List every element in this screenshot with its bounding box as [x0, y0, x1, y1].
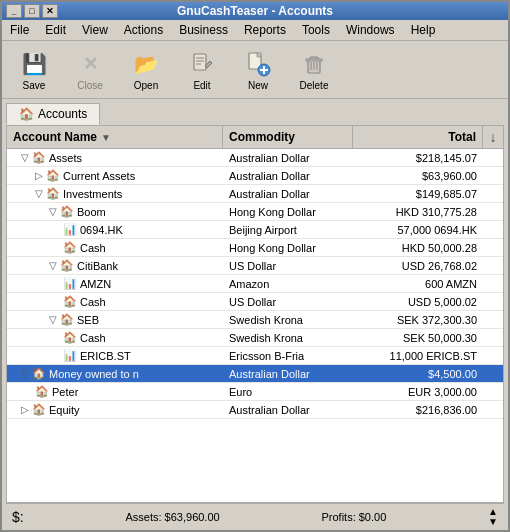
menu-file[interactable]: File [6, 22, 33, 38]
commodity-cell: Swedish Krona [223, 311, 353, 328]
toolbar: 💾 Save ✕ Close 📂 Open Edit [2, 41, 508, 99]
action-cell [483, 257, 503, 274]
table-row[interactable]: 📊 AMZN Amazon 600 AMZN [7, 275, 503, 293]
commodity-cell: US Dollar [223, 257, 353, 274]
stock-icon: 📊 [63, 277, 77, 290]
commodity-cell: Hong Kong Dollar [223, 203, 353, 220]
new-label: New [248, 80, 268, 91]
tree-expand-icon: ▷ [35, 170, 43, 181]
table-row[interactable]: ▷ 🏠 Current Assets Australian Dollar $63… [7, 167, 503, 185]
account-name-cell: 📊 AMZN [7, 275, 223, 292]
title-bar: _ □ ✕ GnuCashTeaser - Accounts [2, 2, 508, 20]
menu-help[interactable]: Help [407, 22, 440, 38]
commodity-cell: Euro [223, 383, 353, 400]
new-icon [242, 48, 274, 80]
table-row[interactable]: ▽ 🏠 SEB Swedish Krona SEK 372,300.30 [7, 311, 503, 329]
total-cell: USD 26,768.02 [353, 257, 483, 274]
tree-expand-icon: ▽ [49, 206, 57, 217]
close-label: Close [77, 80, 103, 91]
accounts-tab[interactable]: 🏠 Accounts [6, 103, 100, 125]
edit-button[interactable]: Edit [176, 45, 228, 94]
save-label: Save [23, 80, 46, 91]
minimize-button[interactable]: _ [6, 4, 22, 18]
action-cell [483, 293, 503, 310]
main-window: _ □ ✕ GnuCashTeaser - Accounts File Edit… [0, 0, 510, 532]
save-button[interactable]: 💾 Save [8, 45, 60, 94]
commodity-cell: Australian Dollar [223, 365, 353, 382]
total-cell: SEK 50,000.30 [353, 329, 483, 346]
account-name-cell: ▽ 🏠 Assets [7, 149, 223, 166]
account-icon: 🏠 [32, 367, 46, 380]
total-cell: 600 AMZN [353, 275, 483, 292]
table-row[interactable]: 🏠 Cash Hong Kong Dollar HKD 50,000.28 [7, 239, 503, 257]
total-cell: USD 5,000.02 [353, 293, 483, 310]
total-cell: $4,500.00 [353, 365, 483, 382]
commodity-cell: Australian Dollar [223, 149, 353, 166]
table-row[interactable]: 🏠 Cash Swedish Krona SEK 50,000.30 [7, 329, 503, 347]
scroll-down-icon[interactable]: ▼ [488, 517, 498, 527]
total-cell: HKD 50,000.28 [353, 239, 483, 256]
tab-bar: 🏠 Accounts [2, 99, 508, 125]
total-cell: HKD 310,775.28 [353, 203, 483, 220]
table-row[interactable]: ▷ 🏠 Equity Australian Dollar $216,836.00 [7, 401, 503, 419]
edit-icon [186, 48, 218, 80]
assets-label: Assets: $63,960.00 [125, 511, 219, 523]
total-cell: EUR 3,000.00 [353, 383, 483, 400]
new-button[interactable]: New [232, 45, 284, 94]
account-name-cell: 📊 ERICB.ST [7, 347, 223, 364]
account-icon: 🏠 [46, 187, 60, 200]
total-cell: $218,145.07 [353, 149, 483, 166]
action-cell [483, 347, 503, 364]
tab-icon: 🏠 [19, 107, 34, 121]
table-row[interactable]: 🏠 Cash US Dollar USD 5,000.02 [7, 293, 503, 311]
commodity-cell: Australian Dollar [223, 167, 353, 184]
account-name-cell: 🏠 Cash [7, 293, 223, 310]
action-cell [483, 365, 503, 382]
window-title: GnuCashTeaser - Accounts [66, 4, 444, 18]
commodity-cell: US Dollar [223, 293, 353, 310]
table-row[interactable]: ▽ 🏠 Assets Australian Dollar $218,145.07 [7, 149, 503, 167]
total-cell: $216,836.00 [353, 401, 483, 418]
total-cell: $149,685.07 [353, 185, 483, 202]
table-row[interactable]: 📊 0694.HK Beijing Airport 57,000 0694.HK [7, 221, 503, 239]
action-cell [483, 383, 503, 400]
action-cell [483, 275, 503, 292]
col-sort[interactable]: ↓ [483, 126, 503, 148]
table-row[interactable]: 📊 ERICB.ST Ericsson B-Fria 11,000 ERICB.… [7, 347, 503, 365]
account-name-cell: ▽ 🏠 Boom [7, 203, 223, 220]
accounts-table[interactable]: Account Name ▼ Commodity Total ↓ ▽ 🏠 Ass… [6, 125, 504, 503]
open-button[interactable]: 📂 Open [120, 45, 172, 94]
close-button[interactable]: ✕ Close [64, 45, 116, 94]
menu-tools[interactable]: Tools [298, 22, 334, 38]
menu-actions[interactable]: Actions [120, 22, 167, 38]
table-row[interactable]: ▽ 🏠 Money owned to n Australian Dollar $… [7, 365, 503, 383]
table-row[interactable]: ▽ 🏠 CitiBank US Dollar USD 26,768.02 [7, 257, 503, 275]
tab-label: Accounts [38, 107, 87, 121]
close-button[interactable]: ✕ [42, 4, 58, 18]
tree-expand-icon: ▽ [35, 188, 43, 199]
menu-windows[interactable]: Windows [342, 22, 399, 38]
account-icon: 🏠 [35, 385, 49, 398]
commodity-cell: Ericsson B-Fria [223, 347, 353, 364]
tree-expand-icon: ▽ [49, 260, 57, 271]
account-name-cell: 🏠 Cash [7, 239, 223, 256]
action-cell [483, 329, 503, 346]
table-row[interactable]: ▽ 🏠 Investments Australian Dollar $149,6… [7, 185, 503, 203]
tree-expand-icon: ▽ [49, 314, 57, 325]
action-cell [483, 149, 503, 166]
menu-business[interactable]: Business [175, 22, 232, 38]
menu-reports[interactable]: Reports [240, 22, 290, 38]
menu-view[interactable]: View [78, 22, 112, 38]
col-total: Total [353, 126, 483, 148]
total-cell: 57,000 0694.HK [353, 221, 483, 238]
table-row[interactable]: ▽ 🏠 Boom Hong Kong Dollar HKD 310,775.28 [7, 203, 503, 221]
account-icon: 🏠 [63, 241, 77, 254]
profits-label: Profits: $0.00 [321, 511, 386, 523]
commodity-cell: Swedish Krona [223, 329, 353, 346]
restore-button[interactable]: □ [24, 4, 40, 18]
table-row[interactable]: 🏠 Peter Euro EUR 3,000.00 [7, 383, 503, 401]
dollar-icon: $: [12, 509, 24, 525]
action-cell [483, 239, 503, 256]
menu-edit[interactable]: Edit [41, 22, 70, 38]
delete-button[interactable]: Delete [288, 45, 340, 94]
